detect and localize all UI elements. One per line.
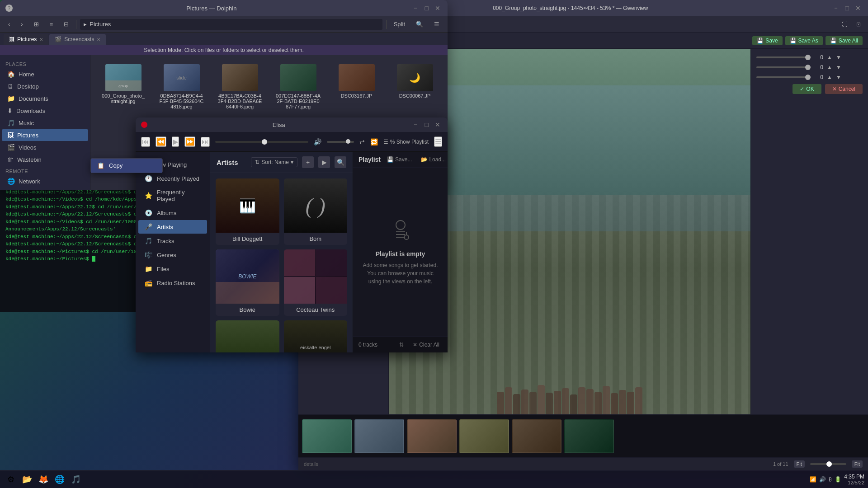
save-as-button[interactable]: 💾 Save As [785, 36, 823, 45]
file-item-4b9e[interactable]: 4B9E17BA-C03B-43F4-B2BD-BAEA6E6440F6.jpe… [212, 61, 267, 113]
fit-button[interactable]: Fit [794, 460, 805, 468]
elisa-close-button[interactable]: ✕ [433, 120, 442, 130]
file-item-dsc00067[interactable]: 🌙 DSC00067.JP [387, 61, 442, 113]
tab-screencasts[interactable]: 🎬 Screencasts ✕ [49, 34, 106, 45]
file-item-group-photo[interactable]: group 000_Group_photo_straight.jpg [96, 61, 151, 113]
artists-search-button[interactable]: 🔍 [335, 156, 346, 168]
tab-screencasts-close[interactable]: ✕ [97, 37, 100, 42]
nav-radio-stations[interactable]: 📻 Radio Stations [138, 276, 207, 290]
resize-slider-3[interactable] [756, 76, 811, 78]
tab-pictures[interactable]: 🖼 Pictures ✕ [4, 34, 48, 45]
nav-frequently-played[interactable]: ⭐ Frequently Played [138, 186, 207, 206]
gwenview-zoom-fit-button[interactable]: ⊡ [853, 20, 864, 29]
artist-card-bill-doggett[interactable]: 🎹 Bill Doggett [216, 178, 279, 245]
taskbar-clock[interactable]: 4:35 PM 12/5/22 [844, 474, 864, 485]
resize-thumb-2[interactable] [805, 65, 811, 70]
taskbar-file-manager[interactable]: 📂 [20, 472, 34, 487]
save-button[interactable]: 💾 Save [752, 36, 782, 45]
resize-up-arrow-2[interactable]: ▲ [827, 64, 832, 70]
forward-button[interactable]: › [17, 19, 26, 29]
sidebar-item-documents[interactable]: 📁 Documents [2, 93, 88, 104]
playlist-save-button[interactable]: 💾 Save... [384, 155, 415, 164]
rewind-button[interactable]: ⏪ [156, 136, 166, 147]
resize-up-arrow-1[interactable]: ▲ [827, 54, 832, 61]
view-tree-button[interactable]: ⊟ [60, 19, 72, 29]
sidebar-item-downloads[interactable]: ⬇ Downloads [2, 105, 88, 117]
view-compact-button[interactable]: ≡ [46, 19, 57, 29]
sidebar-item-videos[interactable]: 🎬 Videos [2, 141, 88, 153]
resize-down-arrow-2[interactable]: ▼ [836, 64, 841, 70]
progress-thumb[interactable] [262, 139, 267, 145]
dolphin-close-button[interactable]: ✕ [433, 3, 442, 13]
artist-card-bom[interactable]: ( ) Bom [284, 178, 348, 245]
resize-slider-1[interactable] [756, 56, 811, 58]
nav-albums[interactable]: 💿 Albums [138, 206, 207, 220]
sort-button[interactable]: ⇅ Sort: Name ▾ [251, 157, 297, 167]
dolphin-search-button[interactable]: 🔍 [412, 19, 427, 29]
filmstrip-item-4[interactable] [459, 419, 509, 453]
taskbar-firefox[interactable]: 🦊 [36, 472, 51, 487]
artist-card-5[interactable]: Artist5 [216, 320, 279, 352]
dolphin-maximize-button[interactable]: □ [423, 3, 430, 13]
repeat-button[interactable]: 🔁 [370, 138, 378, 145]
sidebar-item-desktop[interactable]: 🖥 Desktop [2, 80, 88, 92]
save-all-button[interactable]: 💾 Save All [826, 36, 863, 45]
back-button[interactable]: ‹ [5, 19, 14, 29]
nav-files[interactable]: 📁 Files [138, 262, 207, 276]
elisa-minimize-button[interactable]: － [410, 120, 420, 130]
playlist-load-button[interactable]: 📂 Load... [418, 155, 448, 164]
resize-down-arrow-1[interactable]: ▼ [836, 54, 841, 61]
nav-genres[interactable]: 🎼 Genres [138, 248, 207, 262]
nav-recently-played[interactable]: 🕐 Recently Played [138, 172, 207, 185]
gwenview-minimize-button[interactable]: － [831, 3, 841, 13]
tab-pictures-close[interactable]: ✕ [39, 37, 43, 42]
nav-artists[interactable]: 🎤 Artists [138, 220, 207, 234]
sidebar-item-pictures[interactable]: 🖼 Pictures [2, 129, 88, 141]
artist-card-bowie[interactable]: BOWIE Bowie [216, 249, 279, 316]
dolphin-menu-button[interactable]: ☰ [430, 19, 443, 29]
artist-card-eiskalte[interactable]: eiskalte engel eiskalte engel [284, 320, 348, 352]
resize-cancel-button[interactable]: ✕ Cancel [825, 84, 863, 94]
sidebar-item-network[interactable]: 🌐 Network [2, 175, 88, 187]
sidebar-item-music[interactable]: 🎵 Music [2, 117, 88, 129]
gwenview-maximize-button[interactable]: □ [844, 3, 851, 13]
taskbar-network[interactable]: 🌐 [52, 472, 67, 487]
clear-playlist-button[interactable]: ✕ Clear All [410, 341, 442, 349]
shuffle-button[interactable]: ⇄ [359, 138, 365, 145]
filmstrip-item-1[interactable] [302, 419, 352, 453]
resize-down-arrow-3[interactable]: ▼ [836, 74, 841, 80]
show-playlist-button[interactable]: ☰ % Show Playlist [383, 139, 429, 145]
prev-track-button[interactable]: ⏮ [141, 137, 150, 147]
resize-thumb-3[interactable] [805, 75, 811, 80]
sidebar-item-home[interactable]: 🏠 Home [2, 68, 88, 80]
fast-forward-button[interactable]: ⏩ [184, 136, 195, 147]
next-track-button[interactable]: ⏭ [201, 137, 210, 147]
resize-thumb-1[interactable] [805, 55, 811, 60]
file-item-007ec[interactable]: 007EC147-68BF-4A2F-BA7D-E0219E087F77.jpe… [271, 61, 326, 113]
dolphin-help-button[interactable]: ? [5, 5, 13, 12]
artist-card-cocteau-twins[interactable]: Cocteau Twins [284, 249, 348, 316]
volume-slider-thumb[interactable] [346, 139, 350, 144]
resize-ok-button[interactable]: ✓ OK [793, 84, 821, 94]
filmstrip-item-2[interactable] [354, 419, 404, 453]
add-to-playlist-button[interactable]: + [302, 156, 314, 168]
taskbar-music[interactable]: 🎵 [69, 472, 83, 487]
sidebar-item-wastebin[interactable]: 🗑 Wastebin [2, 154, 88, 165]
nav-tracks[interactable]: 🎵 Tracks [138, 234, 207, 248]
volume-slider[interactable] [327, 141, 354, 143]
breadcrumb-bar[interactable]: ▸ Pictures [80, 19, 382, 30]
play-all-button[interactable]: ▶ [318, 156, 330, 168]
filmstrip-item-5[interactable] [512, 419, 561, 453]
fit-width-button[interactable]: Fit [852, 460, 863, 468]
playlist-sort-button[interactable]: ⇅ [396, 341, 406, 349]
resize-slider-2[interactable] [756, 66, 811, 68]
copy-dialog-copy-item[interactable]: 📋 Copy [91, 159, 162, 173]
view-icons-button[interactable]: ⊞ [30, 19, 42, 29]
taskbar-app-launcher[interactable]: ⚙ [4, 472, 18, 487]
resize-up-arrow-3[interactable]: ▲ [827, 74, 832, 80]
zoom-slider[interactable] [810, 463, 846, 465]
dolphin-minimize-button[interactable]: － [410, 3, 420, 13]
split-button[interactable]: Split [390, 19, 409, 29]
gwenview-fullscreen-button[interactable]: ⛶ [838, 20, 851, 29]
file-item-dsc03167[interactable]: DSC03167.JP [329, 61, 384, 113]
